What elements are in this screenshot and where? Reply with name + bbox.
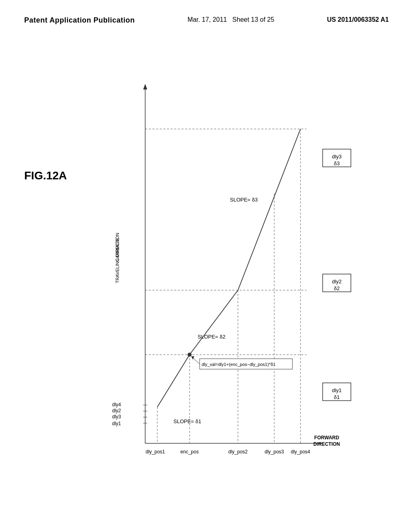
svg-text:TRAVELING DIRECTION: TRAVELING DIRECTION xyxy=(115,233,120,283)
svg-text:dly2: dly2 xyxy=(332,278,342,285)
svg-text:SLOPE= δ2: SLOPE= δ2 xyxy=(198,334,225,340)
svg-text:dly1: dly1 xyxy=(332,387,342,393)
svg-text:dly2: dly2 xyxy=(112,408,121,414)
svg-text:δ1: δ1 xyxy=(334,394,340,400)
sheet-info: Mar. 17, 2011 Sheet 13 of 25 xyxy=(188,16,274,23)
svg-text:dly_pos4: dly_pos4 xyxy=(291,449,310,455)
svg-text:dly_pos1: dly_pos1 xyxy=(146,449,165,455)
svg-text:dly_pos3: dly_pos3 xyxy=(265,449,284,455)
svg-text:dly4: dly4 xyxy=(112,402,121,407)
svg-text:FORWARD: FORWARD xyxy=(314,435,339,441)
svg-line-9 xyxy=(238,129,300,290)
svg-point-18 xyxy=(188,353,192,357)
svg-text:dly3: dly3 xyxy=(112,414,121,420)
svg-text:dly_val=dly1+(enc_pos−dly_pos1: dly_val=dly1+(enc_pos−dly_pos1)*δ1 xyxy=(202,362,275,367)
patent-number: US 2011/0063352 A1 xyxy=(327,16,389,23)
svg-line-7 xyxy=(157,355,190,407)
publication-label: Patent Application Publication xyxy=(24,16,135,25)
page-header: Patent Application Publication Mar. 17, … xyxy=(0,0,413,25)
svg-text:dly3: dly3 xyxy=(332,154,342,160)
figure-label: FIG.12A xyxy=(24,169,67,182)
svg-text:enc_pos: enc_pos xyxy=(180,449,198,455)
svg-line-8 xyxy=(190,290,238,355)
svg-text:DIRECTION: DIRECTION xyxy=(313,441,340,447)
svg-text:δ3: δ3 xyxy=(334,160,340,166)
svg-text:dly1: dly1 xyxy=(112,421,121,426)
svg-text:SLOPE= δ3: SLOPE= δ3 xyxy=(230,197,258,203)
svg-text:δ2: δ2 xyxy=(334,285,340,291)
svg-text:dly_pos2: dly_pos2 xyxy=(228,449,248,455)
svg-marker-1 xyxy=(143,84,147,89)
diagram-svg: CARRIAGE TRAVELING DIRECTION CARRIAGE TR… xyxy=(81,56,371,508)
svg-text:SLOPE= δ1: SLOPE= δ1 xyxy=(173,418,201,424)
svg-line-24 xyxy=(193,358,200,364)
